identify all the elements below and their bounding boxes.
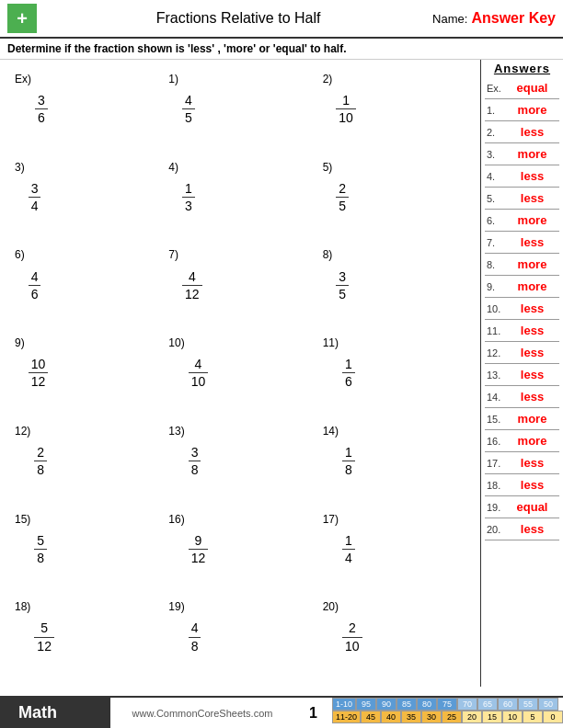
answer-row: 20. less xyxy=(485,518,559,540)
answer-row: 16. more xyxy=(485,430,559,452)
answer-label: 11. xyxy=(487,325,507,336)
answer-row: 13. less xyxy=(485,364,559,386)
header: + Fractions Relative to Half Name: Answe… xyxy=(0,0,563,39)
problem-item: 17) 1 4 xyxy=(317,506,471,594)
problem-number: Ex) xyxy=(15,73,31,85)
answer-row: 14. less xyxy=(485,386,559,408)
answer-value: less xyxy=(507,191,557,205)
answer-label: 12. xyxy=(487,347,507,358)
fraction: 4 10 xyxy=(189,356,209,390)
denominator: 5 xyxy=(336,286,349,302)
problem-number: 6) xyxy=(15,248,25,261)
score-cell: 0 xyxy=(543,711,563,723)
fraction: 2 8 xyxy=(34,444,47,478)
numerator: 2 xyxy=(34,444,47,461)
name-label: Name: xyxy=(432,12,467,26)
problem-item: 8) 3 5 xyxy=(317,241,471,329)
answer-label: 5. xyxy=(487,193,507,204)
numerator: 4 xyxy=(29,268,41,286)
denominator: 10 xyxy=(336,109,356,126)
denominator: 6 xyxy=(35,109,48,126)
main-content: Ex) 3 6 1) 4 5 2) 1 10 3) 3 4 4) xyxy=(0,60,563,687)
score-cell: 15 xyxy=(482,711,502,723)
score-cell: 60 xyxy=(498,698,518,711)
problem-number: 14) xyxy=(323,425,339,438)
fraction: 3 5 xyxy=(336,268,349,302)
answer-value: less xyxy=(507,522,557,536)
problem-number: 15) xyxy=(15,513,30,526)
answer-key-sidebar: Answers Ex. equal 1. more 2. less 3. mor… xyxy=(480,60,563,687)
problem-number: 16) xyxy=(168,513,184,526)
answer-value: equal xyxy=(507,500,557,514)
numerator: 1 xyxy=(336,92,356,109)
answer-value: more xyxy=(507,279,557,293)
score-cell: 55 xyxy=(518,698,538,711)
denominator: 12 xyxy=(189,550,209,566)
answer-label: 4. xyxy=(487,171,507,182)
footer-scores: 1-109590858075706560555011-2045403530252… xyxy=(332,698,563,728)
problem-number: 12) xyxy=(15,425,30,438)
fraction: 3 6 xyxy=(35,92,48,126)
answer-row: 1. more xyxy=(485,99,559,121)
problem-item: 11) 1 6 xyxy=(317,329,471,417)
problem-number: 3) xyxy=(15,161,25,174)
answer-label: 3. xyxy=(487,149,507,160)
problem-number: 8) xyxy=(323,248,333,261)
answer-row: 17. less xyxy=(485,452,559,474)
answer-label: 9. xyxy=(487,281,507,292)
problem-item: 16) 9 12 xyxy=(163,506,316,594)
score-row-2: 11-20454035302520151050 xyxy=(332,711,563,723)
footer: Math www.CommonCoreSheets.com 1 1-109590… xyxy=(0,696,563,728)
fraction: 5 8 xyxy=(34,532,47,566)
answer-row: 11. less xyxy=(485,320,559,342)
fraction: 1 3 xyxy=(182,180,195,214)
score-cell: 95 xyxy=(356,698,376,711)
answer-row: 5. less xyxy=(485,188,559,210)
answer-label: 10. xyxy=(487,303,507,314)
denominator: 8 xyxy=(189,638,201,654)
numerator: 1 xyxy=(342,356,355,373)
problem-number: 5) xyxy=(323,161,333,174)
answer-value: more xyxy=(507,434,557,448)
answer-value: more xyxy=(507,103,557,117)
score-cell: 25 xyxy=(442,711,462,723)
answer-value: less xyxy=(507,368,557,381)
fraction: 3 8 xyxy=(189,444,201,478)
score-cell: 90 xyxy=(376,698,396,711)
answer-row: 12. less xyxy=(485,342,559,364)
answer-key-title: Answers xyxy=(485,62,559,75)
score-cell: 35 xyxy=(401,711,421,723)
numerator: 3 xyxy=(336,268,349,286)
answer-label: 17. xyxy=(487,458,507,469)
answer-label: 19. xyxy=(487,502,507,513)
answer-key-header: Answer Key xyxy=(471,10,556,27)
problem-number: 2) xyxy=(323,73,333,85)
answer-row: 2. less xyxy=(485,121,559,143)
numerator: 9 xyxy=(189,532,209,550)
problem-number: 10) xyxy=(168,336,184,349)
problem-number: 11) xyxy=(323,336,339,349)
problem-item: 2) 1 10 xyxy=(317,65,471,154)
numerator: 1 xyxy=(342,532,355,550)
numerator: 3 xyxy=(189,444,201,461)
page-title: Fractions Relative to Half xyxy=(44,10,432,27)
answer-label: 1. xyxy=(487,105,507,116)
denominator: 12 xyxy=(182,286,202,302)
answer-value: more xyxy=(507,147,557,161)
problem-item: 15) 5 8 xyxy=(9,506,163,594)
answer-value: more xyxy=(507,213,557,227)
denominator: 12 xyxy=(34,638,54,654)
answer-label: 13. xyxy=(487,370,507,381)
denominator: 10 xyxy=(342,638,362,654)
problem-number: 1) xyxy=(168,73,178,85)
answer-label: 6. xyxy=(487,215,507,226)
numerator: 3 xyxy=(35,92,48,109)
logo-symbol: + xyxy=(17,8,28,29)
numerator: 3 xyxy=(29,180,41,198)
problem-item: 1) 4 5 xyxy=(163,65,316,154)
problem-number: 4) xyxy=(168,161,178,174)
answer-row: 7. less xyxy=(485,232,559,254)
answer-row: 9. more xyxy=(485,276,559,298)
denominator: 8 xyxy=(34,461,47,478)
answer-label: 20. xyxy=(487,524,507,535)
